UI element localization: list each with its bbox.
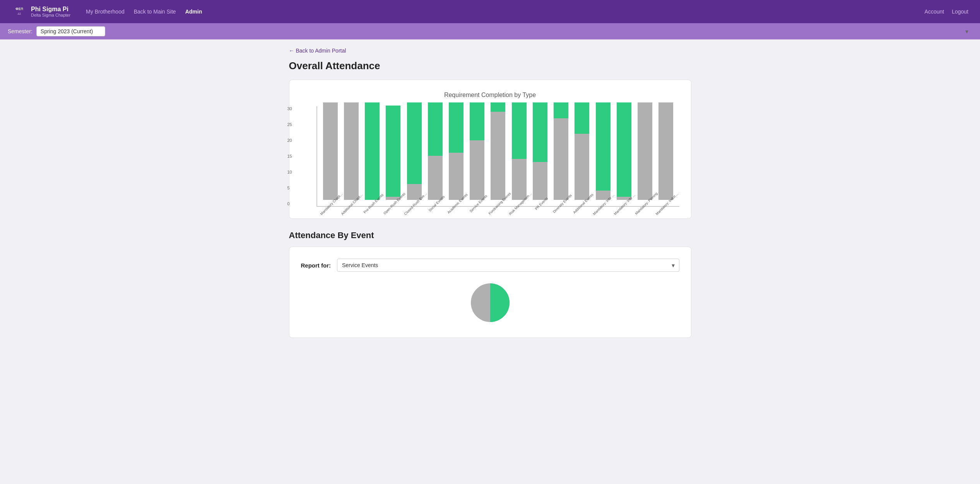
semester-bar: Semester: Spring 2023 (Current): [0, 23, 980, 39]
report-for-label: Report for:: [301, 262, 331, 269]
back-to-admin-link[interactable]: ← Back to Admin Portal: [289, 48, 346, 54]
bar-segment-complete: [428, 102, 443, 156]
bar-stack: [638, 102, 652, 200]
report-for-row: Report for: Mandatory Chapter MeetingsAd…: [301, 259, 679, 272]
semester-select[interactable]: Spring 2023 (Current): [36, 26, 105, 36]
bar-stack: [428, 102, 443, 200]
bar-segment-complete: [365, 102, 380, 200]
nav-admin[interactable]: Admin: [185, 9, 202, 15]
bar-group: Risk Management Even...: [510, 102, 528, 206]
bar-segment-incomplete: [533, 162, 547, 200]
bar-stack: [596, 102, 611, 200]
bar-group: Mandatory: Info Night >: [594, 102, 612, 206]
bar-group: Fundraising Events: [489, 102, 507, 206]
bar-segment-incomplete: [658, 102, 673, 200]
bar-segment-incomplete: [554, 118, 568, 200]
bar-group: Additional Chapter Mee...: [342, 102, 361, 206]
bar-group: Social Events: [426, 102, 445, 206]
bar-group: Mandatory: Pinning: [636, 102, 654, 206]
brand-name: Phi Sigma Pi: [31, 5, 70, 13]
bar-segment-incomplete: [638, 102, 652, 200]
bar-segment-incomplete: [344, 102, 359, 200]
bar-stack: [575, 102, 589, 200]
bar-group: Additional Events: [573, 102, 591, 206]
nav-logout[interactable]: Logout: [952, 9, 968, 15]
bar-stack: [491, 102, 505, 200]
semester-select-wrapper: Spring 2023 (Current): [36, 26, 972, 36]
svg-rect-0: [12, 4, 27, 19]
chart-wrapper: 0 5 10 15 20 25 30 Mandatory Chapter Mee…: [301, 106, 679, 207]
bar-stack: [617, 102, 631, 200]
header-right: Account Logout: [925, 9, 968, 15]
bar-group: Mandatory: Induction: [657, 102, 675, 206]
bar-segment-complete: [596, 102, 611, 191]
bar-group: PR Events: [531, 102, 549, 206]
bar-segment-complete: [533, 102, 547, 162]
header: ΦΣΠ ΔΣ Phi Sigma Pi Delta Sigma Chapter …: [0, 0, 980, 23]
bar-segment-incomplete: [512, 159, 527, 200]
bar-group: Diversity Events: [552, 102, 570, 206]
bar-stack: [386, 106, 400, 200]
bar-segment-complete: [449, 102, 463, 153]
bar-segment-complete: [575, 102, 589, 134]
bar-segment-incomplete: [575, 134, 589, 200]
chart-title: Requirement Completion by Type: [301, 92, 679, 99]
y-axis: 0 5 10 15 20 25 30: [287, 106, 292, 207]
bar-stack: [449, 102, 463, 200]
report-for-select[interactable]: Mandatory Chapter MeetingsAdditional Cha…: [337, 259, 679, 272]
bar-stack: [512, 102, 527, 200]
bar-group: Mandatory Chapter Mee...: [321, 102, 340, 206]
logo-icon: ΦΣΠ ΔΣ: [12, 4, 27, 19]
main-content: ← Back to Admin Portal Overall Attendanc…: [277, 39, 703, 357]
bar-segment-complete: [617, 102, 631, 197]
report-for-select-wrapper: Mandatory Chapter MeetingsAdditional Cha…: [337, 259, 679, 272]
page-title: Overall Attendance: [289, 60, 691, 72]
overall-attendance-card: Requirement Completion by Type 0 5 10 15…: [289, 80, 691, 219]
svg-text:ΦΣΠ: ΦΣΠ: [15, 7, 23, 11]
brand-chapter: Delta Sigma Chapter: [31, 13, 70, 18]
bar-group: Open-Rush Events: [384, 106, 402, 206]
nav-my-brotherhood[interactable]: My Brotherhood: [86, 9, 125, 15]
bar-group: Pre-Rush Events: [363, 102, 381, 206]
bar-segment-incomplete: [428, 156, 443, 200]
bar-group: Service Events: [468, 102, 486, 206]
bar-segment-complete: [491, 102, 505, 112]
bar-segment-incomplete: [491, 112, 505, 200]
bar-stack: [323, 102, 338, 200]
nav-account[interactable]: Account: [925, 9, 944, 15]
bar-group: Closed-Rush Events: [405, 102, 423, 206]
bar-stack: [554, 102, 568, 200]
main-nav: My Brotherhood Back to Main Site Admin: [86, 9, 924, 15]
bar-segment-incomplete: [323, 102, 338, 200]
semester-label: Semester:: [8, 28, 32, 34]
bar-stack: [407, 102, 422, 200]
bar-stack: [533, 102, 547, 200]
bar-group: Academic Events: [447, 102, 465, 206]
attendance-by-event-title: Attendance By Event: [289, 230, 691, 240]
bar-segment-incomplete: [449, 153, 463, 200]
pie-area: [301, 279, 679, 326]
svg-text:ΔΣ: ΔΣ: [17, 12, 21, 15]
bar-segment-incomplete: [470, 140, 484, 200]
nav-back-to-main-site[interactable]: Back to Main Site: [134, 9, 176, 15]
bar-stack: [470, 102, 484, 200]
brand: ΦΣΠ ΔΣ Phi Sigma Pi Delta Sigma Chapter: [12, 4, 70, 19]
bar-segment-complete: [407, 102, 422, 184]
bar-chart: Mandatory Chapter Mee...Additional Chapt…: [316, 106, 679, 207]
bar-stack: [658, 102, 673, 200]
bar-stack: [344, 102, 359, 200]
pie-chart: [467, 279, 513, 326]
bar-segment-complete: [554, 102, 568, 118]
bar-group: Mandatory: Info Night >: [615, 102, 633, 206]
attendance-by-event-card: Report for: Mandatory Chapter MeetingsAd…: [289, 247, 691, 338]
bar-segment-complete: [470, 102, 484, 140]
bar-stack: [365, 102, 380, 200]
bar-segment-complete: [386, 106, 400, 197]
bar-segment-complete: [512, 102, 527, 159]
